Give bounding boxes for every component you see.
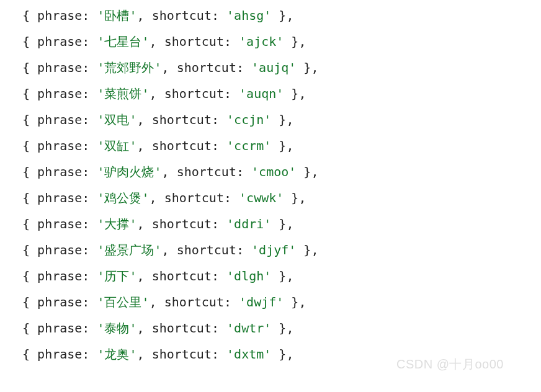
- code-line: { phrase: '双电', shortcut: 'ccjn' },: [22, 107, 519, 133]
- watermark-text: CSDN @十月oo00: [396, 351, 504, 377]
- code-line: { phrase: '泰物', shortcut: 'dwtr' },: [22, 315, 519, 341]
- code-line: { phrase: '卧槽', shortcut: 'ahsg' },: [22, 2, 519, 29]
- code-line: { phrase: '菜煎饼', shortcut: 'auqn' },: [22, 81, 519, 107]
- code-line: { phrase: '历下', shortcut: 'dlgh' },: [22, 263, 519, 289]
- code-line: { phrase: '驴肉火烧', shortcut: 'cmoo' },: [22, 159, 519, 185]
- code-line: { phrase: '鸡公煲', shortcut: 'cwwk' },: [22, 185, 519, 211]
- code-line: { phrase: '荒郊野外', shortcut: 'aujq' },: [22, 55, 519, 81]
- code-line: { phrase: '大撑', shortcut: 'ddri' },: [22, 211, 519, 237]
- code-line: { phrase: '盛景广场', shortcut: 'djyf' },: [22, 237, 519, 263]
- code-line: { phrase: '百公里', shortcut: 'dwjf' },: [22, 289, 519, 315]
- code-block: { phrase: '卧槽', shortcut: 'ahsg' }, { ph…: [0, 0, 541, 370]
- code-line: { phrase: '七星台', shortcut: 'ajck' },: [22, 29, 519, 55]
- code-line: { phrase: '双缸', shortcut: 'ccrm' },: [22, 133, 519, 159]
